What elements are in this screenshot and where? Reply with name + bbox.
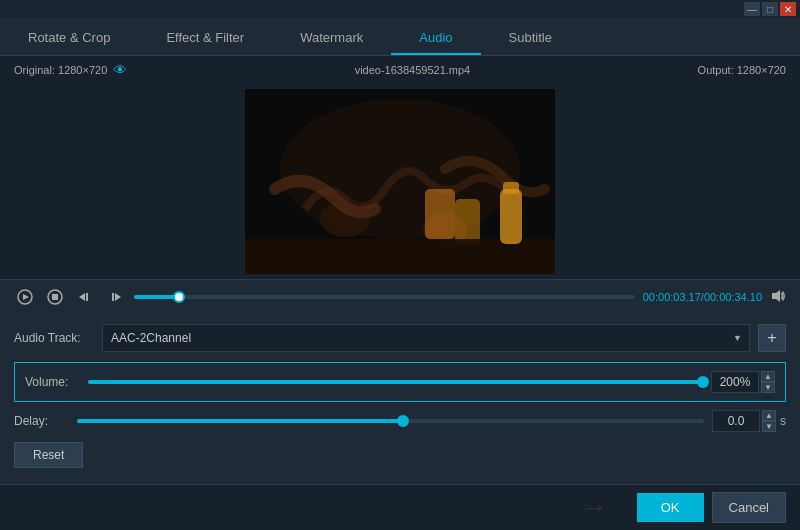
cancel-button[interactable]: Cancel xyxy=(712,492,786,523)
volume-spin-buttons: ▲ ▼ xyxy=(761,371,775,393)
original-label: Original: 1280×720 xyxy=(14,64,107,76)
minimize-button[interactable]: — xyxy=(744,2,760,16)
add-audio-track-button[interactable]: + xyxy=(758,324,786,352)
volume-spin-down[interactable]: ▼ xyxy=(761,382,775,393)
tab-subtitle[interactable]: Subtitle xyxy=(481,22,580,55)
volume-slider[interactable] xyxy=(88,380,703,384)
controls-bar: 00:00:03.17/00:00:34.10 xyxy=(0,279,800,314)
next-frame-button[interactable] xyxy=(104,286,126,308)
arrow-icon: → xyxy=(580,492,608,524)
svg-rect-4 xyxy=(425,189,455,239)
svg-rect-6 xyxy=(245,239,555,274)
volume-value[interactable]: 200% xyxy=(711,371,759,393)
svg-rect-5 xyxy=(455,199,480,244)
tab-watermark[interactable]: Watermark xyxy=(272,22,391,55)
svg-rect-12 xyxy=(52,294,58,300)
svg-marker-10 xyxy=(23,294,29,300)
delay-fill xyxy=(77,419,403,423)
volume-spin-up[interactable]: ▲ xyxy=(761,371,775,382)
time-display: 00:00:03.17/00:00:34.10 xyxy=(643,291,762,303)
audio-track-select[interactable]: AAC-2Channel xyxy=(102,324,750,352)
svg-rect-16 xyxy=(112,293,114,301)
volume-box: Volume: 200% ▲ ▼ xyxy=(14,362,786,402)
svg-rect-7 xyxy=(500,189,522,244)
audio-track-select-wrapper: AAC-2Channel xyxy=(102,324,750,352)
volume-value-wrapper: 200% ▲ ▼ xyxy=(711,371,775,393)
svg-marker-15 xyxy=(115,293,121,301)
delay-value-wrapper: 0.0 ▲ ▼ s xyxy=(712,410,786,432)
play-button[interactable] xyxy=(14,286,36,308)
delay-spin-down[interactable]: ▼ xyxy=(762,421,776,432)
delay-spin-up[interactable]: ▲ xyxy=(762,410,776,421)
eye-icon[interactable]: 👁 xyxy=(113,62,127,78)
volume-row: Volume: 200% ▲ ▼ xyxy=(25,371,775,393)
tab-effect-filter[interactable]: Effect & Filter xyxy=(138,22,272,55)
volume-thumb xyxy=(697,376,709,388)
volume-label: Volume: xyxy=(25,375,80,389)
delay-value[interactable]: 0.0 xyxy=(712,410,760,432)
output-label: Output: 1280×720 xyxy=(698,64,786,76)
prev-frame-button[interactable] xyxy=(74,286,96,308)
title-bar: — □ ✕ xyxy=(0,0,800,18)
svg-marker-17 xyxy=(772,290,780,302)
stop-button[interactable] xyxy=(44,286,66,308)
video-filename: video-1638459521.mp4 xyxy=(355,64,471,76)
svg-rect-14 xyxy=(86,293,88,301)
progress-fill xyxy=(134,295,179,299)
svg-rect-8 xyxy=(503,182,519,194)
tab-audio[interactable]: Audio xyxy=(391,22,480,55)
svg-marker-13 xyxy=(79,293,85,301)
audio-track-row: Audio Track: AAC-2Channel + xyxy=(14,324,786,352)
video-info-bar: Original: 1280×720 👁 video-1638459521.mp… xyxy=(0,56,800,84)
delay-slider[interactable] xyxy=(77,419,704,423)
video-preview xyxy=(245,89,555,274)
bottom-bar: → OK Cancel xyxy=(0,484,800,530)
audio-track-label: Audio Track: xyxy=(14,331,94,345)
content-area: Audio Track: AAC-2Channel + Volume: 200%… xyxy=(0,314,800,478)
delay-spin-buttons: ▲ ▼ xyxy=(762,410,776,432)
maximize-button[interactable]: □ xyxy=(762,2,778,16)
delay-unit: s xyxy=(780,414,786,428)
progress-thumb xyxy=(173,291,185,303)
ok-button[interactable]: OK xyxy=(637,493,704,522)
tab-bar: Rotate & Crop Effect & Filter Watermark … xyxy=(0,18,800,56)
tab-rotate-crop[interactable]: Rotate & Crop xyxy=(0,22,138,55)
delay-thumb xyxy=(397,415,409,427)
volume-icon[interactable] xyxy=(770,288,786,307)
reset-button[interactable]: Reset xyxy=(14,442,83,468)
close-button[interactable]: ✕ xyxy=(780,2,796,16)
delay-row: Delay: 0.0 ▲ ▼ s xyxy=(14,410,786,432)
delay-label: Delay: xyxy=(14,414,69,428)
progress-bar[interactable] xyxy=(134,295,635,299)
volume-fill xyxy=(88,380,703,384)
video-preview-container xyxy=(0,84,800,279)
